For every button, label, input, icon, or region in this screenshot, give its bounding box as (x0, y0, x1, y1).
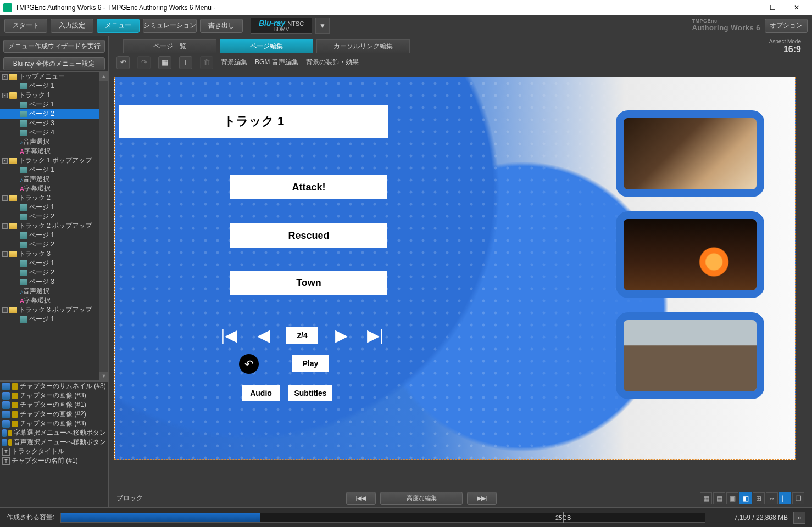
add-text-button[interactable]: T (179, 56, 192, 69)
menu-tree[interactable]: ▲ ▼ -トップメニュー ページ 1-トラック 1 ページ 1 ページ 2 ペー… (0, 71, 108, 381)
property-row[interactable]: チャプターの画像 (#3) (0, 419, 108, 428)
expand-icon[interactable]: - (2, 195, 8, 201)
audio-button[interactable]: Audio (242, 385, 280, 401)
snap-icon[interactable]: ⎸ (779, 492, 791, 504)
option-button[interactable]: オプション (765, 19, 808, 33)
tree-row[interactable]: -トラック 3 (0, 249, 108, 259)
tree-row[interactable]: ♪ 音声選択 (0, 287, 108, 296)
tree-row[interactable]: ページ 3 (0, 277, 108, 287)
tree-row[interactable]: ♪ 音声選択 (0, 137, 108, 147)
tree-row[interactable]: ページ 2 (0, 268, 108, 277)
bgm-edit-label[interactable]: BGM 音声編集 (255, 58, 298, 67)
start-button[interactable]: スタート (4, 19, 47, 33)
write-button[interactable]: 書き出し (200, 19, 243, 33)
tree-row[interactable]: ページ 1 (0, 203, 108, 212)
minimize-button[interactable]: ─ (736, 0, 760, 15)
grid-icon[interactable]: ▦ (700, 492, 712, 504)
bg-effect-label[interactable]: 背景の装飾・効果 (306, 58, 359, 67)
tree-row[interactable]: ページ 4 (0, 128, 108, 137)
menu-canvas[interactable]: トラック 1 Attack! Rescued Town |◀ ◀ 2/4 ▶ ▶… (114, 77, 796, 460)
tree-row[interactable]: ページ 1 (0, 165, 108, 175)
tree-row[interactable]: -トラック 3 ポップアップ (0, 305, 108, 315)
maximize-button[interactable]: ☐ (760, 0, 785, 15)
property-row[interactable]: Tトラックタイトル (0, 447, 108, 456)
tab-page-list[interactable]: ページ一覧 (123, 39, 216, 53)
tree-row[interactable]: -トップメニュー (0, 72, 108, 81)
property-row[interactable]: チャプターのサムネイル (#3) (0, 382, 108, 391)
next-page-icon[interactable]: ▶ (330, 326, 352, 345)
play-button[interactable]: Play (292, 355, 329, 372)
expand-icon[interactable]: - (2, 158, 8, 164)
expand-icon[interactable]: - (2, 74, 8, 80)
tree-row[interactable]: ページ 1 (0, 231, 108, 240)
property-list[interactable]: チャプターのサムネイル (#3)チャプターの画像 (#3)チャプターの画像 (#… (0, 381, 108, 480)
property-row[interactable]: チャプターの画像 (#3) (0, 391, 108, 400)
grid2-icon[interactable]: ▤ (713, 492, 725, 504)
chapter-button-3[interactable]: Town (230, 271, 387, 295)
property-row[interactable]: 字幕選択メニューへ移動ボタン (0, 428, 108, 438)
tree-row[interactable]: ページ 1 (0, 100, 108, 109)
subtitles-button[interactable]: Subtitles (288, 385, 332, 401)
tab-cursor-link[interactable]: カーソルリンク編集 (316, 39, 410, 53)
redo-button[interactable]: ↷ (137, 56, 151, 69)
advanced-edit-button[interactable]: 高度な編集 (380, 492, 463, 505)
tree-row[interactable]: A 字幕選択 (0, 296, 108, 305)
tree-row[interactable]: ページ 2 (0, 109, 108, 119)
first-page-icon[interactable]: |◀ (218, 326, 240, 345)
safezone-icon[interactable]: ▣ (726, 492, 738, 504)
bg-edit-label[interactable]: 背景編集 (221, 58, 247, 67)
input-settings-button[interactable]: 入力設定 (51, 19, 93, 33)
next-track-button[interactable]: ▶▶| (467, 492, 497, 505)
property-row[interactable]: チャプターの画像 (#2) (0, 410, 108, 419)
last-page-icon[interactable]: ▶| (364, 326, 386, 345)
tree-row[interactable]: -トラック 1 (0, 91, 108, 100)
tree-row[interactable]: -トラック 1 ポップアップ (0, 156, 108, 165)
tree-row[interactable]: A 字幕選択 (0, 147, 108, 156)
tree-row[interactable]: ページ 1 (0, 259, 108, 268)
tree-row[interactable]: ページ 1 (0, 315, 108, 324)
menu-title[interactable]: トラック 1 (119, 105, 388, 138)
expand-icon[interactable]: - (2, 307, 8, 313)
split-icon[interactable]: ⊞ (753, 492, 765, 504)
tree-scrollbar[interactable]: ▲ ▼ (99, 72, 108, 380)
wizard-button[interactable]: メニュー作成ウィザードを実行 (3, 40, 105, 53)
tree-row[interactable]: ページ 2 (0, 240, 108, 249)
arrows-icon[interactable]: ↔ (766, 492, 778, 504)
tree-row[interactable]: ページ 1 (0, 81, 108, 91)
format-dropdown[interactable]: ▼ (315, 18, 330, 34)
select-icon[interactable]: ◧ (739, 492, 752, 504)
prev-page-icon[interactable]: ◀ (252, 326, 274, 345)
simulation-button[interactable]: シミュレーション (143, 19, 197, 33)
capacity-expand-button[interactable]: » (793, 512, 805, 524)
expand-icon[interactable]: - (2, 223, 8, 229)
property-row[interactable]: 音声選択メニューへ移動ボタン (0, 438, 108, 447)
tree-row[interactable]: -トラック 2 (0, 193, 108, 203)
prev-track-button[interactable]: |◀◀ (346, 492, 376, 505)
add-item-button[interactable]: ▦ (158, 56, 171, 69)
undo-button[interactable]: ↶ (116, 56, 130, 69)
scroll-down-icon[interactable]: ▼ (99, 372, 108, 380)
property-row[interactable]: Tチャプターの名前 (#1) (0, 456, 108, 466)
global-menu-settings-button[interactable]: Blu-ray 全体のメニュー設定 (3, 57, 105, 70)
chapter-button-2[interactable]: Rescued (230, 223, 387, 248)
menu-button[interactable]: メニュー (97, 19, 140, 33)
tree-row[interactable]: ♪ 音声選択 (0, 175, 108, 184)
tree-row[interactable]: A 字幕選択 (0, 184, 108, 193)
delete-button[interactable]: 🗑 (200, 56, 213, 69)
expand-icon[interactable]: - (2, 251, 8, 257)
tree-row[interactable]: -トラック 2 ポップアップ (0, 221, 108, 231)
expand-icon[interactable]: - (2, 93, 8, 98)
back-icon[interactable]: ↶ (239, 354, 259, 374)
scroll-up-icon[interactable]: ▲ (99, 72, 108, 81)
chapter-button-1[interactable]: Attack! (230, 175, 387, 199)
close-button[interactable]: ✕ (785, 0, 809, 15)
tab-page-edit[interactable]: ページ編集 (220, 39, 313, 53)
page-icon (20, 204, 27, 211)
chapter-thumbnail-2[interactable] (616, 211, 764, 298)
property-row[interactable]: チャプターの画像 (#1) (0, 400, 108, 410)
tree-row[interactable]: ページ 2 (0, 212, 108, 221)
layers-icon[interactable]: ❐ (792, 492, 804, 504)
chapter-thumbnail-1[interactable] (616, 110, 764, 197)
tree-row[interactable]: ページ 3 (0, 119, 108, 128)
chapter-thumbnail-3[interactable] (616, 312, 764, 399)
